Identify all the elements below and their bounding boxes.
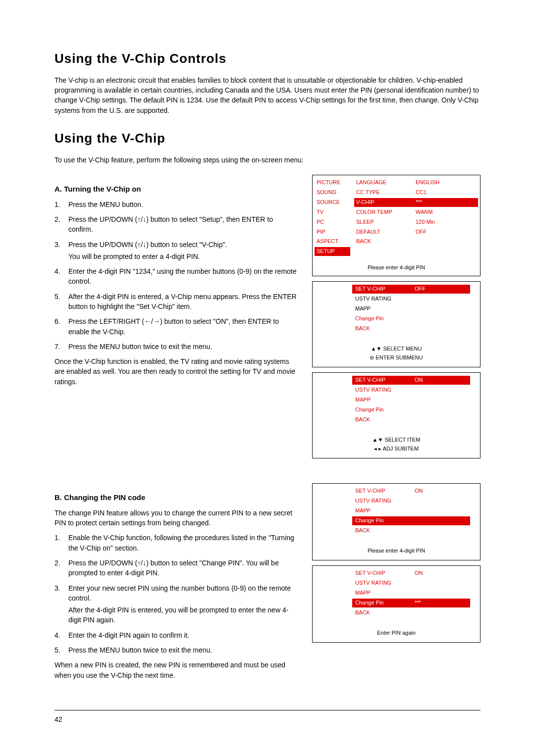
osd-item: USTV RATING (352, 386, 470, 395)
step: Press the UP/DOWN (↑/↓) button to select… (54, 240, 297, 262)
osd-footer-text: Please enter 4-digit PIN (368, 264, 425, 270)
osd-item-label: USTV RATING (355, 579, 415, 587)
osd-row-label: COLOR TEMP (356, 208, 416, 216)
osd-item-label: USTV RATING (355, 386, 415, 394)
step-subnote: You will be prompted to enter a 4-digit … (68, 252, 297, 261)
osd-main: LANGUAGEENGLISH CC TYPECC1 V-CHIP*** COL… (352, 175, 480, 260)
osd-sidebar-item-selected: SETUP (315, 247, 350, 256)
osd-footer: Please enter 4-digit PIN (313, 260, 480, 276)
osd-item: BACK (352, 526, 470, 535)
step-text: Enter the 4-digit PIN again to confirm i… (68, 631, 189, 639)
step-text: Press the UP/DOWN (↑/↓) button to select… (68, 559, 279, 577)
osd-item-label: USTV RATING (355, 295, 415, 303)
osd-item-label: SET V-CHIP (355, 487, 415, 495)
osd-row-selected: V-CHIP*** (354, 198, 478, 207)
osd-item-selected: Change Pin*** (352, 599, 470, 607)
osd-item-value: ON (415, 569, 423, 577)
osd-item-label: BACK (355, 527, 415, 535)
sub-intro: To use the V-Chip feature, perform the f… (54, 155, 481, 165)
section-b-after: When a new PIN is created, the new PIN i… (54, 660, 297, 680)
intro-paragraph: The V-chip is an electronic circuit that… (54, 75, 481, 115)
heading-main: Using the V-Chip Controls (54, 50, 481, 68)
osd-item-label: BACK (355, 416, 415, 424)
step: Press the MENU button twice to exit the … (54, 645, 297, 655)
osd-item: Change Pin (352, 314, 470, 323)
step-text: Press the UP/DOWN (↑/↓) button to select… (68, 215, 273, 233)
osd-sidebar-item: SOURCE (315, 198, 350, 207)
step-text: Press the MENU button twice to exit the … (68, 646, 212, 654)
section-a-after: Once the V-Chip function is enabled, the… (54, 356, 297, 387)
step-text: Press the LEFT/RIGHT (←/→) button to sel… (68, 317, 279, 335)
step-text: After the 4-digit PIN is entered, a V-Ch… (68, 293, 297, 310)
osd-footer-line: ▲▼ SELECT ITEM (313, 436, 480, 444)
osd-sidebar-item: PICTURE (315, 178, 350, 187)
step-text: Press the UP/DOWN (↑/↓) button to select… (68, 241, 227, 249)
osd-footer: ▲▼ SELECT MENU ⊖ ENTER SUBMENU (313, 340, 480, 367)
osd-item: BACK (352, 608, 470, 617)
osd-footer-line: Please enter 4-digit PIN (313, 547, 480, 555)
osd-row: DEFAULTOFF (354, 228, 478, 237)
step-text: Enter the 4-digit PIN "1234," using the … (68, 267, 297, 285)
section-b-steps: Enable the V-Chip function, following th… (54, 533, 297, 655)
step: Press the LEFT/RIGHT (←/→) button to sel… (54, 316, 297, 337)
osd-footer-line: ◂ ▸ ADJ SUBITEM (313, 445, 480, 453)
osd-item: BACK (352, 324, 470, 333)
osd-item-label: MAPP (355, 305, 415, 313)
osd-sidebar-item: SOUND (315, 188, 350, 197)
osd-sidebar-item: PIP (315, 228, 350, 237)
osd-footer-line: Enter PIN again (313, 629, 480, 637)
osd-sidebar-item: PC (315, 218, 350, 227)
osd-item: BACK (352, 415, 470, 424)
step: Press the UP/DOWN (↑/↓) button to select… (54, 214, 297, 235)
osd-item-label: Change Pin (355, 406, 415, 414)
osd-row-value: CC1 (416, 189, 427, 197)
osd-item-value: ON (415, 376, 423, 384)
osd-item-label: Change Pin (355, 517, 415, 525)
osd-item-label: MAPP (355, 589, 415, 597)
step-text: Press the MENU button twice to exit the … (68, 343, 212, 351)
osd-footer-line: ⊖ ENTER SUBMENU (313, 354, 480, 362)
osd-item-label: Change Pin (355, 599, 415, 607)
osd-row-value: WARM (416, 208, 432, 216)
osd-row: CC TYPECC1 (354, 188, 478, 197)
osd-item: SET V-CHIPON (352, 487, 470, 496)
osd-sidebar-item: ASPECT (315, 237, 350, 246)
step: Press the UP/DOWN (↑/↓) button to select… (54, 558, 297, 578)
page-number: 42 (54, 714, 481, 724)
osd-item: USTV RATING (352, 497, 470, 505)
osd-vchip-on: SET V-CHIPON USTV RATING MAPP Change Pin… (312, 372, 481, 458)
footer-rule (54, 710, 481, 710)
osd-item-label: MAPP (355, 396, 415, 404)
osd-sidebar: PICTURE SOUND SOURCE TV PC PIP ASPECT SE… (313, 175, 352, 260)
osd-item: USTV RATING (352, 295, 470, 303)
osd-item-label: Change Pin (355, 315, 415, 323)
osd-setup-menu: PICTURE SOUND SOURCE TV PC PIP ASPECT SE… (312, 175, 481, 276)
osd-item-label: SET V-CHIP (355, 285, 415, 293)
step: Press the MENU button. (54, 200, 297, 209)
osd-footer: Please enter 4-digit PIN (313, 542, 480, 560)
osd-row-label: SLEEP (356, 218, 416, 226)
osd-item-label: SET V-CHIP (355, 569, 415, 577)
step-text: Enter your new secret PIN using the numb… (68, 584, 291, 602)
osd-footer: Enter PIN again (313, 624, 480, 642)
heading-sub: Using the V-Chip (54, 129, 481, 148)
osd-footer: ▲▼ SELECT ITEM ◂ ▸ ADJ SUBITEM (313, 431, 480, 458)
osd-item: MAPP (352, 396, 470, 404)
step: Enter your new secret PIN using the numb… (54, 583, 297, 625)
osd-item: MAPP (352, 589, 470, 598)
osd-item-selected: SET V-CHIPOFF (352, 285, 470, 294)
osd-footer-line: ▲▼ SELECT MENU (313, 345, 480, 353)
section-a-title: A. Turning the V-Chip on (54, 184, 297, 195)
section-b-intro: The change PIN feature allows you to cha… (54, 508, 297, 528)
osd-item-value: ON (415, 487, 423, 495)
section-a-steps: Press the MENU button. Press the UP/DOWN… (54, 200, 297, 352)
osd-item: SET V-CHIPON (352, 569, 470, 578)
osd-row-label: LANGUAGE (356, 179, 416, 187)
osd-vchip-off: SET V-CHIPOFF USTV RATING MAPP Change Pi… (312, 281, 481, 367)
step-text: Press the MENU button. (68, 201, 143, 208)
osd-item: USTV RATING (352, 579, 470, 588)
osd-row-value: 120 Min (416, 218, 435, 226)
step: Enable the V-Chip function, following th… (54, 533, 297, 553)
osd-row-value: OFF (416, 228, 427, 236)
osd-change-pin: SET V-CHIPON USTV RATING MAPP Change Pin… (312, 483, 481, 560)
